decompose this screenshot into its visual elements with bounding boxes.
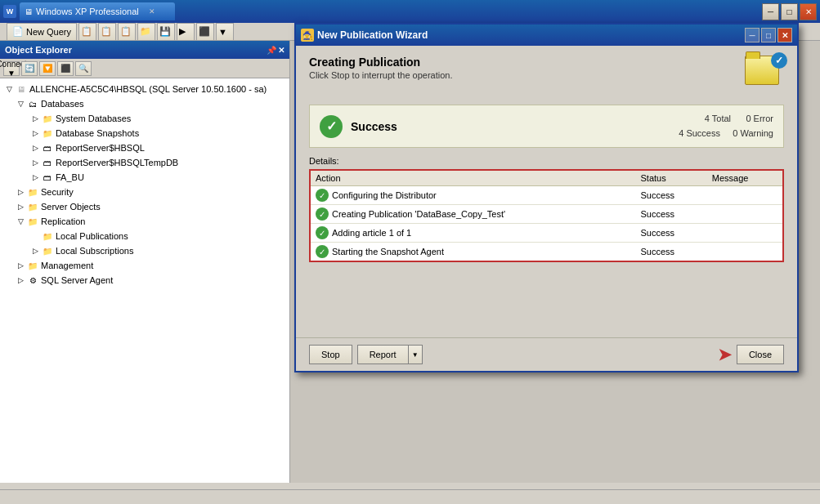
security-toggle[interactable]: ▷ — [15, 186, 26, 198]
search-button[interactable]: 🔍 — [75, 61, 92, 76]
tree-item-databases[interactable]: ▽ 🗂 Databases — [0, 96, 289, 111]
toolbar-btn-2[interactable]: 📋 — [98, 23, 116, 41]
toolbar-btn-7[interactable]: ⬛ — [196, 23, 214, 41]
tree-item-local-pubs[interactable]: 📁 Local Publications — [0, 229, 289, 243]
tree-item-sql-agent[interactable]: ▷ ⚙ SQL Server Agent — [0, 273, 289, 288]
rs-tempdb-icon: 🗃 — [41, 156, 54, 169]
filter-button[interactable]: 🔽 — [39, 61, 56, 76]
new-query-icon: 📄 — [12, 26, 24, 37]
tree-item-fa-bu[interactable]: ▷ 🗃 FA_BU — [0, 170, 289, 185]
tree-item-local-subs[interactable]: ▷ 📁 Local Subscriptions — [0, 243, 289, 258]
tree-item-reportserver-hbsql[interactable]: ▷ 🗃 ReportServer$HBSQL — [0, 140, 289, 155]
dialog-header: Creating Publication Click Stop to inter… — [309, 56, 784, 95]
dialog-body: Creating Publication Click Stop to inter… — [296, 46, 797, 337]
tree-item-security[interactable]: ▷ 📁 Security — [0, 185, 289, 199]
table-row: ✓Configuring the DistributorSuccess — [311, 186, 782, 205]
server-toggle[interactable]: ▽ — [3, 83, 15, 95]
close-button[interactable]: Close — [737, 345, 784, 364]
panel-controls: 📌 ✕ — [267, 46, 285, 55]
row-success-icon-0: ✓ — [316, 189, 329, 202]
system-db-toggle[interactable]: ▷ — [29, 113, 41, 124]
fabu-toggle[interactable]: ▷ — [29, 172, 41, 183]
details-table: Action Status Message ✓Configuring the D… — [311, 171, 782, 261]
col-status: Status — [636, 171, 707, 186]
tree-item-management[interactable]: ▷ 📁 Management — [0, 258, 289, 273]
refresh-button[interactable]: 🔄 — [21, 61, 38, 76]
wizard-icon: 🧙 — [301, 29, 314, 42]
app-tab[interactable]: 🖥 Windows XP Professional ✕ — [20, 2, 175, 20]
details-label: Details: — [309, 156, 784, 166]
databases-icon: 🗂 — [26, 97, 39, 110]
toolbar-icons: 📋 📋 📋 📁 💾 ▶ ⬛ ▼ — [78, 23, 234, 41]
security-label: Security — [41, 187, 74, 197]
connect-button[interactable]: Connect ▼ — [3, 61, 20, 76]
dialog-close-btn[interactable]: ✕ — [777, 28, 792, 42]
minimize-button[interactable]: ─ — [762, 3, 779, 20]
action-label-3: Starting the Snapshot Agent — [332, 247, 444, 256]
panel-close-icon[interactable]: ✕ — [278, 46, 285, 55]
stop-button[interactable]: Stop — [309, 345, 352, 364]
rs-hbsql-label: ReportServer$HBSQL — [56, 143, 145, 153]
col-message: Message — [707, 171, 782, 186]
tab-close-btn[interactable]: ✕ — [149, 7, 155, 16]
replication-label: Replication — [41, 216, 85, 226]
system-db-label: System Databases — [56, 114, 131, 123]
success-label: Success — [351, 120, 670, 133]
snapshots-icon: 📁 — [41, 127, 54, 140]
new-publication-wizard: 🧙 New Publication Wizard ─ □ ✕ Creating … — [294, 23, 799, 372]
report-button-split: Report ▼ — [357, 345, 423, 364]
tree-item-reportserver-tempdb[interactable]: ▷ 🗃 ReportServer$HBSQLTempDB — [0, 155, 289, 170]
tree-item-server[interactable]: ▽ 🖥 ALLENCHE-A5C5C4\HBSQL (SQL Server 10… — [0, 82, 289, 96]
replication-toggle[interactable]: ▽ — [15, 216, 26, 227]
close-button[interactable]: ✕ — [800, 3, 817, 20]
databases-label: Databases — [41, 99, 84, 109]
mgmt-toggle[interactable]: ▷ — [15, 260, 26, 271]
panel-pin-icon[interactable]: 📌 — [267, 46, 276, 55]
tree-item-system-databases[interactable]: ▷ 📁 System Databases — [0, 111, 289, 126]
dialog-maximize-btn[interactable]: □ — [761, 28, 776, 42]
toolbar-btn-4[interactable]: 📁 — [137, 23, 155, 41]
sql-agent-toggle[interactable]: ▷ — [15, 274, 26, 286]
dialog-title: New Publication Wizard — [317, 29, 428, 41]
rs-hbsql-toggle[interactable]: ▷ — [29, 142, 41, 154]
stats-total: 4 Total 0 Error — [679, 112, 773, 127]
new-query-button[interactable]: 📄 New Query — [7, 23, 77, 41]
status-cell-3: Success — [636, 243, 707, 261]
toolbar-btn-1[interactable]: 📋 — [78, 23, 96, 41]
maximize-button[interactable]: □ — [781, 3, 798, 20]
tree-view[interactable]: ▽ 🖥 ALLENCHE-A5C5C4\HBSQL (SQL Server 10… — [0, 78, 289, 483]
dialog-minimize-btn[interactable]: ─ — [745, 28, 760, 42]
tree-item-server-objects[interactable]: ▷ 📁 Server Objects — [0, 199, 289, 214]
title-bar: W 🖥 Windows XP Professional ✕ ─ □ ✕ — [0, 0, 820, 23]
rs-tempdb-toggle[interactable]: ▷ — [29, 157, 41, 168]
sql-agent-label: SQL Server Agent — [41, 275, 113, 285]
report-button[interactable]: Report — [357, 345, 408, 364]
status-cell-2: Success — [636, 224, 707, 243]
server-obj-toggle[interactable]: ▷ — [15, 201, 26, 212]
message-cell-3 — [707, 243, 782, 261]
report-dropdown-arrow[interactable]: ▼ — [408, 345, 423, 364]
toolbar-btn-5[interactable]: 💾 — [157, 23, 175, 41]
tree-item-replication[interactable]: ▽ 📁 Replication — [0, 214, 289, 229]
databases-toggle[interactable]: ▽ — [15, 98, 26, 109]
status-cell-0: Success — [636, 186, 707, 205]
fabu-label: FA_BU — [56, 172, 84, 182]
snapshots-toggle[interactable]: ▷ — [29, 127, 41, 139]
toolbar-btn-6[interactable]: ▶ — [177, 23, 195, 41]
row-success-icon-3: ✓ — [316, 245, 329, 258]
local-subs-label: Local Subscriptions — [56, 246, 133, 256]
dialog-title-bar: 🧙 New Publication Wizard ─ □ ✕ — [296, 25, 797, 46]
tree-item-db-snapshots[interactable]: ▷ 📁 Database Snapshots — [0, 126, 289, 140]
message-cell-2 — [707, 224, 782, 243]
dialog-spacer — [309, 262, 784, 328]
local-pubs-toggle[interactable] — [29, 230, 41, 242]
local-subs-toggle[interactable]: ▷ — [29, 245, 41, 256]
stop-button[interactable]: ⬛ — [57, 61, 74, 76]
toolbar-btn-3[interactable]: 📋 — [118, 23, 136, 41]
panel-toolbar: Connect ▼ 🔄 🔽 ⬛ 🔍 — [0, 59, 289, 78]
local-subs-icon: 📁 — [41, 244, 54, 257]
status-bar — [0, 489, 820, 504]
snapshots-label: Database Snapshots — [56, 128, 139, 138]
toolbar-dropdown[interactable]: ▼ — [216, 23, 234, 41]
dialog-heading: Creating Publication — [309, 56, 452, 69]
